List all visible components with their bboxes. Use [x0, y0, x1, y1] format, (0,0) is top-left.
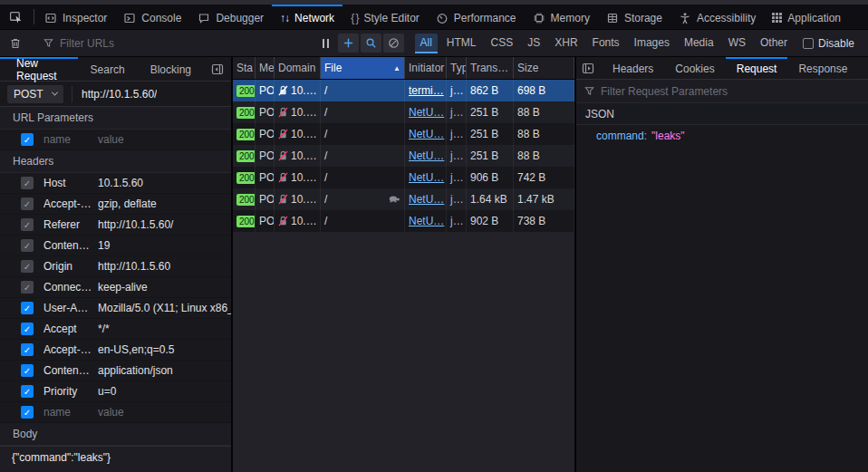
- filter-request-parameters-input[interactable]: Filter Request Parameters: [576, 80, 868, 103]
- filter-fonts[interactable]: Fonts: [587, 34, 625, 53]
- filter-css[interactable]: CSS: [486, 34, 519, 53]
- body-input[interactable]: {"command":"leaks"}: [0, 446, 231, 472]
- column-header-transferred[interactable]: Trans…: [467, 57, 514, 79]
- tab-accessibility[interactable]: Accessibility: [670, 5, 764, 29]
- initiator-link[interactable]: NetU…: [409, 128, 444, 140]
- checkbox-icon[interactable]: ✓: [21, 406, 34, 419]
- param-value-input[interactable]: value: [98, 133, 231, 146]
- column-header-type[interactable]: Typ: [447, 57, 467, 79]
- header-value[interactable]: 19: [98, 239, 231, 252]
- column-header-file[interactable]: File▲: [321, 57, 405, 79]
- header-name[interactable]: Connec…: [43, 281, 98, 294]
- checkbox-icon[interactable]: ✓: [21, 385, 34, 398]
- checkbox-icon[interactable]: ✓: [21, 323, 34, 335]
- filter-media[interactable]: Media: [679, 34, 719, 53]
- checkbox-icon[interactable]: ✓: [21, 343, 34, 356]
- column-header-method[interactable]: Me: [256, 57, 275, 79]
- filter-all[interactable]: All: [415, 34, 438, 53]
- header-name[interactable]: Accept-…: [43, 197, 98, 210]
- tab-response[interactable]: Response: [787, 57, 858, 79]
- filter-ws[interactable]: WS: [723, 34, 751, 53]
- tab-style-editor[interactable]: { } Style Editor: [342, 5, 428, 29]
- filter-urls-input[interactable]: Filter URLs: [35, 37, 114, 50]
- request-row[interactable]: 200 POS 10.… / NetU… j… 1.64 kB 1.47 kB: [233, 188, 574, 210]
- header-value[interactable]: Mozilla/5.0 (X11; Linux x86_…: [98, 302, 231, 314]
- checkbox-icon[interactable]: ✓: [21, 218, 34, 231]
- tab-console[interactable]: Console: [115, 5, 189, 29]
- checkbox-icon[interactable]: ✓: [21, 302, 34, 314]
- header-name[interactable]: Referer: [43, 218, 98, 231]
- tab-blocking[interactable]: Blocking: [138, 57, 204, 81]
- header-name[interactable]: Host: [43, 177, 98, 189]
- header-name[interactable]: Conten…: [43, 364, 98, 377]
- tab-headers[interactable]: Headers: [602, 57, 664, 79]
- checkbox-icon[interactable]: ✓: [21, 364, 34, 377]
- tab-application[interactable]: Application: [764, 5, 849, 29]
- clear-requests-button[interactable]: [0, 37, 31, 50]
- checkbox-icon[interactable]: ✓: [21, 197, 34, 210]
- method-select[interactable]: POST: [7, 85, 63, 103]
- json-section-header[interactable]: JSON: [576, 103, 868, 125]
- filter-images[interactable]: Images: [629, 34, 675, 53]
- header-value[interactable]: */*: [98, 323, 231, 335]
- header-name-input[interactable]: name: [43, 406, 98, 419]
- checkbox-icon[interactable]: ✓: [21, 133, 34, 146]
- collapse-panel-button[interactable]: [204, 57, 231, 81]
- request-row[interactable]: 200 POS 10.… / NetU… j… 251 B 88 B: [233, 123, 574, 145]
- initiator-link[interactable]: NetU…: [409, 149, 444, 162]
- tab-inspector[interactable]: Inspector: [36, 5, 115, 29]
- request-row[interactable]: 200 POS 10.… / NetU… j… 906 B 742 B: [233, 167, 574, 188]
- initiator-link[interactable]: NetU…: [409, 193, 444, 206]
- tab-network[interactable]: ↑↓ Network: [272, 5, 342, 29]
- header-name[interactable]: Accept: [43, 323, 98, 335]
- url-input[interactable]: http://10.1.5.60/: [82, 88, 157, 101]
- header-value[interactable]: http://10.1.5.60: [98, 260, 231, 273]
- pick-element-button[interactable]: [0, 5, 32, 29]
- header-name[interactable]: User-A…: [43, 302, 98, 314]
- initiator-link[interactable]: NetU…: [409, 215, 444, 227]
- tab-new-request[interactable]: New Request: [0, 57, 78, 81]
- blocking-button[interactable]: [383, 34, 404, 53]
- tab-timings[interactable]: Tim: [858, 57, 868, 79]
- checkbox-icon[interactable]: ✓: [21, 260, 34, 273]
- column-header-initiator[interactable]: Initiator: [405, 57, 447, 79]
- column-header-size[interactable]: Size: [514, 57, 574, 79]
- header-value[interactable]: keep-alive: [98, 281, 231, 294]
- header-name[interactable]: Accept-…: [43, 343, 98, 356]
- search-button[interactable]: [361, 34, 381, 53]
- tab-memory[interactable]: Memory: [525, 5, 598, 29]
- request-row[interactable]: 200 POS 10.… / termi… j… 862 B 698 B: [233, 80, 574, 101]
- disable-cache-checkbox[interactable]: Disable: [803, 37, 868, 50]
- header-name[interactable]: Priority: [43, 385, 98, 398]
- tab-storage[interactable]: Storage: [598, 5, 670, 29]
- column-header-status[interactable]: Sta: [233, 57, 256, 79]
- header-value[interactable]: u=0: [98, 385, 231, 398]
- filter-js[interactable]: JS: [522, 34, 545, 53]
- tab-search[interactable]: Search: [78, 57, 138, 81]
- new-request-button[interactable]: [338, 34, 359, 53]
- header-value[interactable]: application/json: [98, 364, 231, 377]
- filter-other[interactable]: Other: [755, 34, 793, 53]
- checkbox-icon[interactable]: ✓: [21, 177, 34, 189]
- header-name[interactable]: Origin: [43, 260, 98, 273]
- header-value[interactable]: en-US,en;q=0.5: [98, 343, 231, 356]
- json-property-row[interactable]: command: "leaks": [576, 125, 868, 147]
- filter-xhr[interactable]: XHR: [549, 34, 583, 53]
- checkbox-icon[interactable]: ✓: [21, 281, 34, 294]
- initiator-link[interactable]: termi…: [409, 84, 444, 97]
- header-value-input[interactable]: value: [98, 406, 231, 419]
- tab-performance[interactable]: Performance: [428, 5, 525, 29]
- initiator-link[interactable]: NetU…: [409, 106, 444, 119]
- header-value[interactable]: gzip, deflate: [98, 197, 231, 210]
- initiator-link[interactable]: NetU…: [409, 171, 444, 184]
- column-header-domain[interactable]: Domain: [275, 57, 321, 79]
- header-value[interactable]: http://10.1.5.60/: [98, 218, 231, 231]
- tab-debugger[interactable]: Debugger: [189, 5, 272, 29]
- checkbox-icon[interactable]: ✓: [21, 239, 34, 252]
- header-value[interactable]: 10.1.5.60: [98, 177, 231, 189]
- param-name-input[interactable]: name: [43, 133, 98, 146]
- header-name[interactable]: Conten…: [43, 239, 98, 252]
- pause-recording-button[interactable]: [315, 34, 336, 53]
- request-row[interactable]: 200 POS 10.… / NetU… j… 902 B 738 B: [233, 210, 574, 232]
- filter-html[interactable]: HTML: [441, 34, 482, 53]
